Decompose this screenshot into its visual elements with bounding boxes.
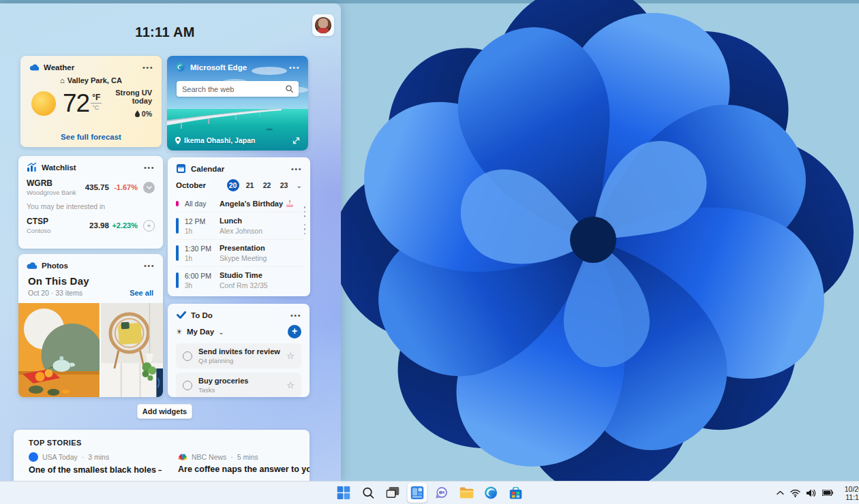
photos-title: Photos [42,262,68,270]
calendar-icon [176,163,186,174]
story-age: 5 mins [237,453,258,461]
photo-thumbnail-chair[interactable] [101,303,163,397]
event-title: Presentation [220,244,267,252]
calendar-month: October [176,181,206,189]
battery-icon[interactable] [822,490,833,496]
event-title: Lunch [220,217,262,225]
see-full-forecast-link[interactable]: See full forecast [20,133,162,141]
task-list-name: Tasks [198,386,248,394]
birthday-cake-icon [286,200,294,208]
my-day-label[interactable]: My Day [187,328,214,336]
search-placeholder: Search the web [182,85,282,93]
calendar-event[interactable]: 1:30 PM 1h Presentation Skype Meeting [176,239,303,266]
calendar-title: Calendar [191,165,224,173]
event-time: All day [185,200,213,208]
task-title: Buy groceries [198,377,248,385]
location-pin-icon [175,137,181,144]
star-icon[interactable]: ☆ [286,351,295,361]
temperature: 72 °F °C [63,91,102,116]
stock-price: 435.75 [82,183,109,191]
stock-add-button[interactable]: + [143,220,155,232]
event-color-bar [176,218,179,234]
news-story[interactable]: NBC News · 5 mins Are coffee naps the an… [178,452,310,475]
avatar-photo [315,17,331,33]
nbc-news-logo-icon [178,452,187,461]
events-scrollbar[interactable] [304,206,306,234]
add-widgets-button[interactable]: Add widgets [137,404,192,419]
calendar-expand-chevron-icon[interactable]: ⌄ [297,182,302,189]
calendar-date-21[interactable]: 21 [244,179,256,191]
calendar-widget[interactable]: Calendar ••• October 20 21 22 23 ⌄ All d… [168,157,310,296]
edge-logo-icon [175,62,185,72]
calendar-event[interactable]: 12 PM 1h Lunch Alex Johnson [176,212,303,239]
search-button[interactable] [359,483,378,503]
photos-widget[interactable]: Photos ••• On This Day Oct 20 · 33 items… [18,254,163,397]
hidden-icons-chevron[interactable] [777,490,784,495]
interest-text: You may be interested in [18,198,163,214]
calendar-date-22[interactable]: 22 [261,179,273,191]
chat-button[interactable] [432,483,452,503]
weather-widget[interactable]: Weather ••• ⌂ Valley Park, CA 72 °F °C S… [20,56,162,147]
edge-widget[interactable]: Microsoft Edge ••• Search the web Ikema … [167,56,308,151]
home-icon: ⌂ [60,76,65,84]
fahrenheit-toggle[interactable]: °F [91,93,102,104]
task-view-button[interactable] [383,483,403,503]
calendar-event[interactable]: All day Angela's Birthday [176,195,303,212]
celsius-toggle[interactable]: °C [91,104,100,112]
expand-icon[interactable] [292,137,300,144]
calendar-date-20[interactable]: 20 [227,179,239,191]
start-button[interactable] [334,483,354,503]
file-explorer-button[interactable] [457,483,477,503]
precipitation: 0% [108,110,152,118]
calendar-event[interactable]: 6:00 PM 3h Studio Time Conf Rm 32/35 [176,266,303,294]
widgets-button[interactable] [408,483,427,503]
clock-date[interactable]: 10/20 11:11 [839,485,859,501]
event-time: 1:30 PM [185,245,213,253]
see-all-link[interactable]: See all [130,289,153,297]
photo-thumbnail-still-life[interactable] [18,303,100,397]
watchlist-widget[interactable]: Watchlist ••• WGRB Woodgrove Bank 435.75… [18,156,163,249]
task-item[interactable]: Buy groceries Tasks ☆ [176,373,301,397]
event-duration: 1h [185,255,213,262]
photos-more-menu-icon[interactable]: ••• [144,263,155,268]
my-day-chevron-icon[interactable]: ⌄ [218,328,224,336]
event-title: Angela's Birthday [220,200,283,208]
task-title: Send invites for review [198,347,280,356]
add-task-button[interactable]: + [288,325,301,338]
calendar-date-strip: 20 21 22 23 ⌄ [227,179,302,191]
volume-icon[interactable] [807,489,816,497]
top-stories-heading: TOP STORIES [14,430,310,452]
todo-widget[interactable]: To Do ••• ☀ My Day ⌄ + Send invites for … [168,304,310,397]
stock-price: 23.98 [82,221,109,230]
calendar-date-23[interactable]: 23 [278,179,290,191]
stock-added-button[interactable] [143,182,155,193]
top-stories-section: TOP STORIES USA Today · 3 mins One of th… [14,430,310,481]
user-avatar[interactable] [312,14,334,36]
star-icon[interactable]: ☆ [286,380,295,390]
on-this-day-heading: On This Day [28,275,153,287]
stock-row-wgrb[interactable]: WGRB Woodgrove Bank 435.75 -1.67% [18,176,163,198]
task-checkbox[interactable] [183,351,192,361]
task-checkbox[interactable] [183,381,192,390]
wifi-icon[interactable] [790,489,800,497]
edge-title: Microsoft Edge [190,63,247,72]
watchlist-more-menu-icon[interactable]: ••• [144,165,155,170]
edge-photo-location: Ikema Ohashi, Japan [184,136,255,144]
news-story[interactable]: USA Today · 3 mins One of the smallest b… [29,452,162,475]
task-item[interactable]: Send invites for review Q4 planning ☆ [176,343,301,368]
edge-more-menu-icon[interactable]: ••• [289,65,300,70]
event-duration: 1h [185,227,213,235]
taskbar: 10/20 11:11 [0,481,859,504]
stock-row-ctsp[interactable]: CTSP Contoso 23.98 +2.23% + [18,214,163,236]
todo-more-menu-icon[interactable]: ••• [290,313,301,318]
todo-title: To Do [191,311,213,319]
edge-search-input[interactable]: Search the web [177,81,299,97]
weather-more-menu-icon[interactable]: ••• [142,65,153,70]
widgets-panel: 11:11 AM Weather ••• ⌂ Valley Park, CA 7… [0,3,341,481]
edge-browser-button[interactable] [481,483,501,503]
droplet-icon [135,110,140,117]
microsoft-store-button[interactable] [506,483,526,503]
event-color-bar [176,272,179,288]
calendar-more-menu-icon[interactable]: ••• [291,166,302,172]
weather-title: Weather [44,63,74,72]
